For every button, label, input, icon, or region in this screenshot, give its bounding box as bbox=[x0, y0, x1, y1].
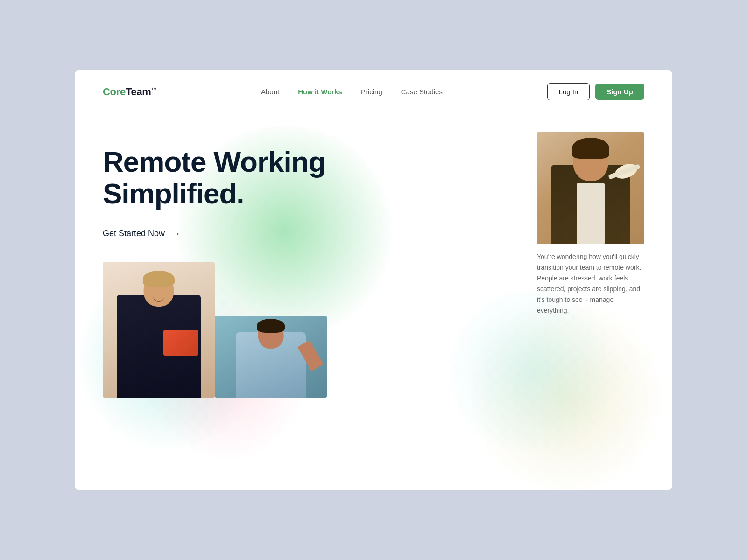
browser-window: CoreTeam™ About How it Works Pricing Cas… bbox=[75, 70, 672, 490]
hero-image-right: You're wondering how you'll quickly tran… bbox=[537, 132, 644, 316]
login-button[interactable]: Log In bbox=[547, 83, 590, 100]
main-content: Remote Working Simplified. Get Started N… bbox=[75, 113, 672, 426]
nav-about[interactable]: About bbox=[261, 88, 279, 96]
hero-images-bottom bbox=[103, 262, 528, 398]
header-actions: Log In Sign Up bbox=[547, 83, 644, 100]
nav-case-studies[interactable]: Case Studies bbox=[401, 88, 443, 96]
hero-title: Remote Working Simplified. bbox=[103, 146, 345, 210]
hero-layout: Remote Working Simplified. Get Started N… bbox=[103, 132, 644, 398]
cta-link[interactable]: Get Started Now → bbox=[103, 228, 345, 239]
nav-how-it-works[interactable]: How it Works bbox=[298, 88, 342, 96]
cta-arrow-icon: → bbox=[171, 228, 181, 239]
photo-woman bbox=[103, 262, 215, 398]
nav-pricing[interactable]: Pricing bbox=[361, 88, 382, 96]
photo-lady bbox=[215, 316, 327, 398]
logo: CoreTeam™ bbox=[103, 86, 156, 98]
hero-title-line2: Simplified. bbox=[103, 177, 244, 210]
hero-title-line1: Remote Working bbox=[103, 146, 325, 178]
hero-text: Remote Working Simplified. Get Started N… bbox=[103, 132, 345, 239]
cta-label: Get Started Now bbox=[103, 229, 165, 238]
logo-core: Core bbox=[103, 86, 126, 98]
main-nav: About How it Works Pricing Case Studies bbox=[261, 88, 443, 96]
photo-man bbox=[537, 132, 644, 244]
logo-tm: ™ bbox=[151, 86, 157, 92]
logo-team: Team bbox=[126, 86, 151, 98]
header: CoreTeam™ About How it Works Pricing Cas… bbox=[75, 70, 672, 113]
signup-button[interactable]: Sign Up bbox=[595, 84, 644, 100]
description-text: You're wondering how you'll quickly tran… bbox=[537, 252, 644, 316]
